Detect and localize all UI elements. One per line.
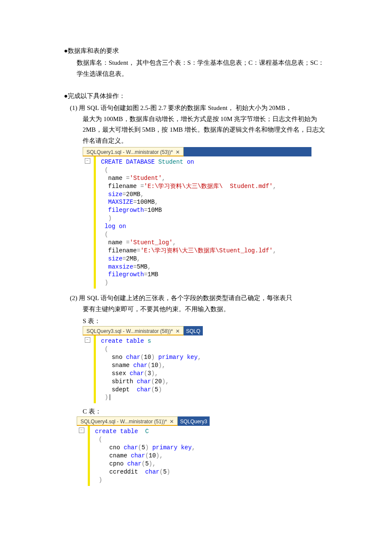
tabbar-filler xyxy=(184,147,311,156)
editor-tab-label: SQLQ xyxy=(186,328,200,334)
item1-line1: (1) 用 SQL 语句创建如图 2.5-图 2.7 要求的数据库 Studen… xyxy=(70,103,328,114)
c-table-label: C 表： xyxy=(83,408,328,416)
close-icon[interactable]: ✕ xyxy=(176,149,180,155)
collapse-toggle-icon[interactable]: − xyxy=(85,337,90,343)
bullet-heading-2: ●完成以下具体操作： xyxy=(64,92,328,100)
sql-code-1[interactable]: CREATE DATABASE Student on ( name ='Stud… xyxy=(96,156,278,289)
code-block-1-wrap: SQLQuery1.sql - W...ministrator (53))* ✕… xyxy=(83,147,328,289)
bullet-heading-1: ●数据库和表的要求 xyxy=(64,47,328,55)
collapse-toggle-icon[interactable]: − xyxy=(85,158,90,164)
editor-tab-3b[interactable]: SQLQuery3 xyxy=(178,416,210,426)
editor-tabbar-2: SQLQuery3.sql - W...ministrator (58))* ✕… xyxy=(83,326,219,335)
code-block-2-wrap: SQLQuery3.sql - W...ministrator (58))* ✕… xyxy=(83,326,219,403)
editor-tab-label: SQLQuery3 xyxy=(180,419,207,425)
editor-tab-3[interactable]: SQLQuery4.sql - W...ministrator (51))* ✕ xyxy=(77,416,178,426)
sql-code-3[interactable]: create table C ( cno char(5) primary key… xyxy=(90,426,197,486)
sql-code-2[interactable]: create table s ( sno char(10) primary ke… xyxy=(96,335,203,403)
item1-rest: 最大为 100MB，数据库自动增长，增长方式是按 10M 兆字节增长；日志文件初… xyxy=(70,114,328,147)
editor-tabbar-3: SQLQuery4.sql - W...ministrator (51))* ✕… xyxy=(77,416,230,426)
editor-tab-label: SQLQuery1.sql - W...ministrator (53))* xyxy=(86,149,173,155)
close-icon[interactable]: ✕ xyxy=(176,328,180,334)
code-gutter: − xyxy=(83,335,92,403)
code-gutter: − xyxy=(77,426,86,486)
editor-tab-label: SQLQuery3.sql - W...ministrator (58))* xyxy=(86,328,173,334)
numbered-item-1: (1) 用 SQL 语句创建如图 2.5-图 2.7 要求的数据库 Studen… xyxy=(70,103,328,146)
close-icon[interactable]: ✕ xyxy=(170,419,174,425)
editor-tab-2b[interactable]: SQLQ xyxy=(184,326,203,335)
collapse-toggle-icon[interactable]: − xyxy=(79,428,84,433)
editor-tab-2[interactable]: SQLQuery3.sql - W...ministrator (58))* ✕ xyxy=(83,326,184,335)
item2-line1: (2) 用 SQL 语句创建上述的三张表，各个字段的数据类型请自己确定，每张表只 xyxy=(70,293,328,304)
numbered-item-2: (2) 用 SQL 语句创建上述的三张表，各个字段的数据类型请自己确定，每张表只… xyxy=(70,293,328,315)
editor-tab-label: SQLQuery4.sql - W...ministrator (51))* xyxy=(81,419,167,425)
bullet-body-1: 数据库名：Student， 其中包含三个表：S：学生基本信息表；C：课程基本信息… xyxy=(77,58,328,79)
editor-tabbar-1: SQLQuery1.sql - W...ministrator (53))* ✕ xyxy=(83,147,328,156)
document-page: ●数据库和表的要求 数据库名：Student， 其中包含三个表：S：学生基本信息… xyxy=(0,0,392,516)
code-block-3-wrap: SQLQuery4.sql - W...ministrator (51))* ✕… xyxy=(77,416,230,486)
editor-tab-1[interactable]: SQLQuery1.sql - W...ministrator (53))* ✕ xyxy=(83,147,184,156)
s-table-label: S 表： xyxy=(83,317,328,325)
code-gutter: − xyxy=(83,156,92,289)
item2-rest: 要有主键约束即可，不要其他约束。不用输入数据。 xyxy=(70,304,328,315)
